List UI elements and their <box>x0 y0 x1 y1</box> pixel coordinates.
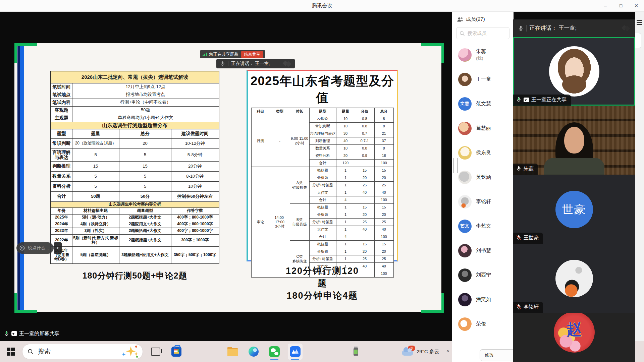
member-row[interactable]: 艺文李艺文 <box>452 214 514 238</box>
minimize-icon[interactable]: – <box>598 0 613 11</box>
collapse-chat-icon[interactable]: < <box>54 242 62 254</box>
panel-resize-handle[interactable] <box>453 158 458 173</box>
table-cell: 12月中上旬9点-12点 <box>72 83 219 91</box>
video-tile[interactable]: 李铭轩 <box>513 244 635 313</box>
microsoft-store-button[interactable] <box>168 342 184 361</box>
table-cell: 主观题 <box>51 114 72 122</box>
video-tile[interactable]: 王一童正在共享 <box>513 37 635 106</box>
table-cell: 行测+申论（中间不收卷） <box>72 99 219 106</box>
table-cell: 常识判断 <box>51 138 72 148</box>
table-cell: 15 <box>374 241 393 248</box>
sharer-badge: 王一童的屏幕共享 <box>1 327 64 340</box>
table-cell: 分析题 <box>309 211 336 219</box>
table-cell: 2题概括题+大作文 <box>119 234 171 246</box>
member-name: 王一童 <box>476 76 491 82</box>
member-row[interactable]: 王一童 <box>452 67 514 92</box>
member-search-input[interactable] <box>467 30 505 36</box>
weather-widget[interactable]: 3 29°C 多云 <box>402 348 439 356</box>
table-cell: 5-8分钟 <box>171 148 219 161</box>
table-cell: 0.8 <box>355 115 374 123</box>
member-name: 荣俊 <box>476 321 486 327</box>
table-cell: 2025年 <box>51 214 72 221</box>
start-button[interactable] <box>3 344 19 360</box>
table-cell: 40 <box>374 189 393 196</box>
video-tile[interactable]: 世豪王世豪 <box>513 175 635 244</box>
table-cell: 8-10分钟 <box>171 171 219 181</box>
total-cell: 100 <box>374 233 393 241</box>
table-cell: 8 <box>374 145 393 152</box>
column-header: 题量 <box>72 129 119 138</box>
tile-name-text: 王一童正在共享 <box>531 97 567 103</box>
file-explorer-button[interactable] <box>225 342 241 361</box>
table-cell: 分析+对策题 <box>309 219 336 226</box>
muted-mic-icon <box>516 235 522 241</box>
tencent-meeting-button[interactable] <box>287 342 303 361</box>
background-searchbox-edge <box>635 33 641 48</box>
video-tile[interactable]: 朱蕊 <box>513 106 635 175</box>
edit-name-button[interactable]: 修改 <box>480 349 514 361</box>
member-row[interactable]: 黄钦涵 <box>452 165 514 189</box>
table-cell: 5 <box>72 171 119 181</box>
member-search-box[interactable] <box>456 27 509 39</box>
edge-icon <box>249 347 259 357</box>
member-row[interactable]: 潘奕如 <box>452 287 514 312</box>
total-cell <box>355 196 374 204</box>
table-cell: 18 <box>374 152 393 160</box>
member-row[interactable]: 侯东良 <box>452 140 514 165</box>
total-cell <box>355 160 374 167</box>
member-row[interactable]: 刘西宁 <box>452 263 514 287</box>
shared-slide: 2026山东二批定向、常规（拔尖）选调笔试解读笔试时间12月中上旬9点-12点笔… <box>14 43 441 312</box>
table-cell: 50题 <box>72 106 219 114</box>
table-cell: 0.8 <box>355 145 374 152</box>
column-header: 总分 <box>374 108 393 115</box>
total-cell: 合计 <box>309 160 336 167</box>
member-row[interactable]: 荣俊 <box>452 312 514 336</box>
table-cell: 20分钟 <box>171 161 219 171</box>
table-cell: 4则（以特立身） <box>72 221 119 228</box>
member-name: 黄钦涵 <box>476 174 491 180</box>
member-self-tag: (我) <box>476 55 486 61</box>
task-view-button[interactable] <box>148 342 164 361</box>
video-person <box>544 158 604 175</box>
member-row[interactable]: 文慧范文慧 <box>452 92 514 116</box>
edge-button[interactable] <box>246 342 262 361</box>
type-cell: B类 市级县级 <box>290 204 309 241</box>
mic-icon <box>4 331 9 337</box>
speaker-name: 王一童; <box>558 25 577 31</box>
table-cell: 400字；800-1000字 <box>171 214 219 221</box>
maximize-icon[interactable]: □ <box>613 0 629 11</box>
mic-icon <box>516 166 522 172</box>
usb-icon <box>354 348 358 356</box>
usb-tray-button[interactable] <box>354 348 358 356</box>
column-header: 年份 <box>51 207 72 214</box>
column-header: 分值 <box>355 108 374 115</box>
member-name: 李艺文 <box>476 223 491 229</box>
stop-share-button[interactable]: 结束共享 <box>241 51 263 58</box>
table-cell: 15 <box>355 241 374 248</box>
member-row[interactable]: 朱蕊(我) <box>452 43 514 67</box>
column-header: 时长 <box>290 108 309 115</box>
table-cell: 概括题 <box>309 204 336 211</box>
task-view-icon <box>151 348 160 356</box>
table-cell: 25 <box>374 182 393 189</box>
member-row[interactable]: 刘书慧 <box>452 238 514 263</box>
member-row[interactable]: 葛慧丽 <box>452 116 514 140</box>
tile-name-label: 王一童正在共享 <box>513 95 571 106</box>
member-row[interactable]: 李铭轩 <box>452 189 514 214</box>
chat-input-bubble[interactable]: 说点什么... <box>16 242 54 254</box>
wechat-button[interactable] <box>266 342 282 361</box>
column-header: 题量题型 <box>119 207 171 214</box>
member-name: 范文慧 <box>476 101 491 107</box>
menu-icon[interactable] <box>637 20 642 25</box>
video-tile[interactable]: 赵 <box>513 313 635 362</box>
tray-chevron-icon[interactable]: ^ <box>447 349 449 355</box>
muted-mic-icon <box>516 304 522 310</box>
subject-cell: 申论 <box>251 167 270 278</box>
table-cell: 350字；500字；1000字 <box>171 246 219 264</box>
table-cell: 15 <box>119 161 171 171</box>
table-cell: 1 <box>336 248 355 255</box>
screen-share-icon <box>11 331 17 336</box>
close-icon[interactable]: ✕ <box>629 0 644 11</box>
right-footnote-line: 题 <box>247 277 398 290</box>
taskbar-search[interactable]: 搜索 <box>22 344 143 359</box>
